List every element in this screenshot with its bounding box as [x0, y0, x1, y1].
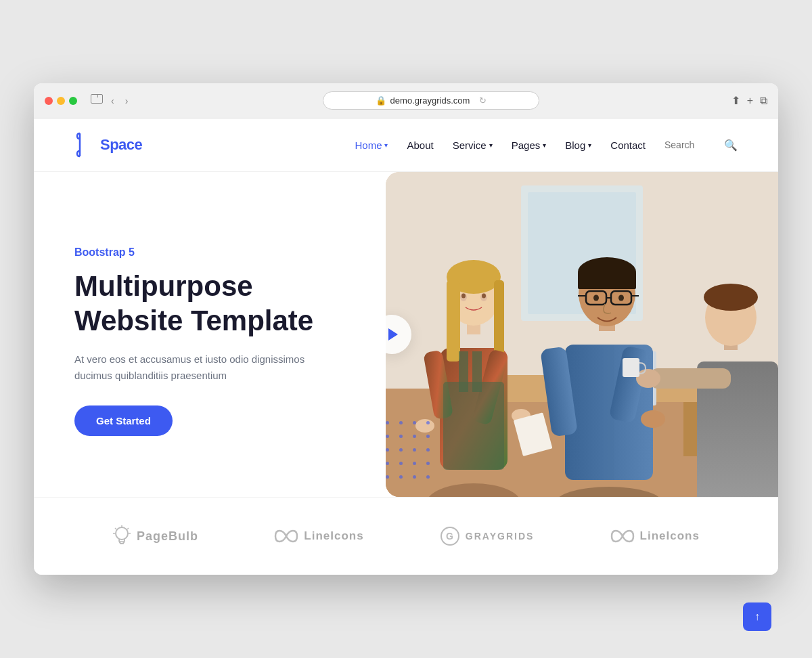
svg-point-20 [482, 294, 486, 299]
svg-point-54 [116, 527, 128, 540]
logo-text: Space [100, 136, 142, 154]
nav-search: 🔍 [664, 139, 738, 152]
brand-pagebulb: PageBulb [112, 525, 198, 548]
bulb-icon [112, 525, 131, 548]
website-content: Space Home ▾ About Service ▾ Pages ▾ [34, 118, 778, 575]
dot [413, 435, 416, 438]
nav-blog-chevron: ▾ [588, 141, 591, 149]
nav-item-about[interactable]: About [407, 139, 433, 151]
dot-green[interactable] [69, 97, 77, 105]
dot-yellow[interactable] [57, 97, 65, 105]
svg-rect-15 [447, 280, 460, 361]
tab-view-icon[interactable] [91, 94, 103, 104]
svg-rect-53 [623, 358, 639, 377]
svg-point-41 [618, 295, 624, 301]
new-tab-button[interactable]: + [747, 94, 753, 107]
dot [413, 421, 416, 424]
browser-toolbar: ‹ › 🔒 demo.graygrids.com ↻ ⬆ + ⧉ [34, 83, 778, 118]
url-text: demo.graygrids.com [390, 95, 470, 106]
svg-rect-25 [443, 382, 504, 470]
dot [399, 475, 403, 479]
nav-home-label: Home [355, 139, 382, 151]
hero-content: Bootstrap 5 MultipurposeWebsite Template… [74, 246, 399, 436]
logo[interactable]: Space [74, 131, 142, 159]
share-button[interactable]: ⬆ [731, 94, 740, 107]
infinity-icon-1 [274, 529, 298, 544]
dot [386, 462, 389, 465]
dot [426, 421, 430, 424]
back-button[interactable]: ‹ [108, 94, 117, 108]
svg-point-50 [704, 284, 758, 311]
svg-rect-26 [459, 351, 468, 392]
svg-text:G: G [446, 531, 454, 542]
brand-lineicons1-name: LineIcons [304, 529, 363, 543]
svg-point-19 [461, 294, 466, 299]
hero-image-area [386, 172, 778, 497]
brands-section: PageBulb LineIcons G GRAYGRIDS Lin [34, 497, 778, 575]
hero-section: Bootstrap 5 MultipurposeWebsite Template… [34, 172, 778, 497]
svg-rect-27 [472, 351, 482, 392]
play-triangle-icon [388, 328, 398, 341]
address-input[interactable]: 🔒 demo.graygrids.com ↻ [323, 91, 539, 110]
navbar: Space Home ▾ About Service ▾ Pages ▾ [34, 118, 778, 172]
dot [386, 435, 389, 438]
nav-item-pages[interactable]: Pages ▾ [512, 139, 547, 151]
brand-lineicons2-name: LineIcons [640, 529, 700, 543]
dot [399, 462, 403, 465]
svg-rect-34 [578, 272, 636, 289]
svg-rect-51 [650, 368, 731, 389]
browser-dots [45, 97, 77, 105]
nav-menu: Home ▾ About Service ▾ Pages ▾ Blog ▾ [355, 139, 646, 151]
hero-title: MultipurposeWebsite Template [74, 269, 399, 338]
nav-home-chevron: ▾ [384, 141, 388, 149]
dot [426, 448, 430, 452]
dot [413, 462, 416, 465]
brand-lineicons2: LineIcons [610, 529, 700, 544]
nav-service-chevron: ▾ [489, 141, 493, 149]
nav-pages-chevron: ▾ [543, 141, 546, 149]
browser-controls: ‹ › [91, 94, 131, 108]
svg-line-59 [127, 528, 129, 529]
browser-window: ‹ › 🔒 demo.graygrids.com ↻ ⬆ + ⧉ [34, 83, 778, 575]
forward-button[interactable]: › [122, 94, 131, 108]
nav-contact-label: Contact [610, 139, 646, 151]
graygrids-icon: G [440, 526, 460, 546]
svg-line-58 [115, 528, 116, 529]
dot [399, 421, 403, 424]
hero-description: At vero eos et accusamus et iusto odio d… [74, 351, 318, 384]
dot [386, 475, 389, 479]
browser-actions: ⬆ + ⧉ [731, 94, 767, 107]
svg-rect-7 [683, 402, 697, 456]
hero-subtitle: Bootstrap 5 [74, 246, 399, 259]
dot [426, 475, 430, 479]
nav-item-service[interactable]: Service ▾ [453, 139, 493, 151]
brand-pagebulb-name: PageBulb [137, 529, 198, 544]
hero-image-svg [386, 172, 778, 497]
search-input[interactable] [664, 139, 719, 150]
logo-icon [74, 131, 100, 159]
nav-item-contact[interactable]: Contact [610, 139, 646, 151]
brand-lineicons1: LineIcons [274, 529, 363, 544]
brand-graygrids: G GRAYGRIDS [440, 526, 535, 546]
dot [426, 462, 430, 465]
refresh-icon: ↻ [479, 95, 487, 106]
dot-pattern [386, 421, 434, 483]
svg-rect-16 [494, 280, 504, 355]
dot [386, 448, 389, 452]
nav-blog-label: Blog [565, 139, 585, 151]
dot [399, 435, 403, 438]
nav-item-home[interactable]: Home ▾ [355, 139, 388, 151]
brand-graygrids-name: GRAYGRIDS [466, 531, 535, 542]
dot-red[interactable] [45, 97, 53, 105]
scroll-top-button[interactable]: ↑ [743, 602, 771, 631]
svg-point-52 [636, 369, 660, 388]
nav-pages-label: Pages [512, 139, 541, 151]
windows-button[interactable]: ⧉ [760, 94, 767, 107]
shield-icon: 🔒 [376, 95, 386, 106]
nav-about-label: About [407, 139, 433, 151]
infinity-icon-2 [610, 529, 635, 544]
cta-button[interactable]: Get Started [74, 405, 173, 436]
nav-item-blog[interactable]: Blog ▾ [565, 139, 591, 151]
search-icon[interactable]: 🔍 [724, 139, 738, 152]
svg-point-40 [593, 295, 599, 301]
